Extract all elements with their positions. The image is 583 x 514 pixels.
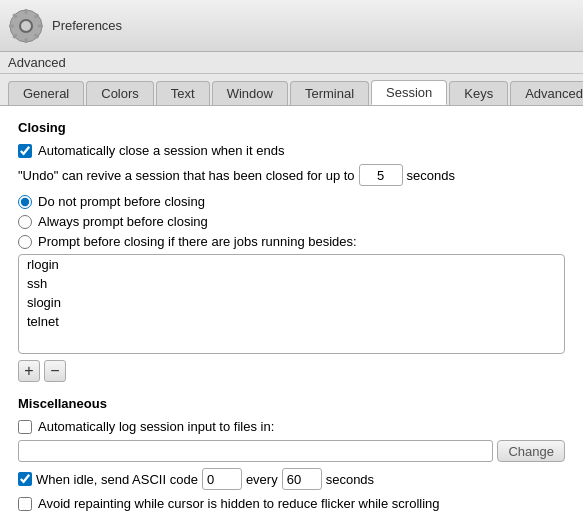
undo-seconds-input[interactable] [359, 164, 403, 186]
auto-log-text: Automatically log session input to files… [38, 419, 274, 434]
every-seconds-input[interactable] [282, 468, 322, 490]
tab-colors[interactable]: Colors [86, 81, 154, 105]
radio-jobs-prompt[interactable] [18, 235, 32, 249]
auto-close-text: Automatically close a session when it en… [38, 143, 284, 158]
tab-advanced[interactable]: Advanced [510, 81, 583, 105]
svg-rect-4 [9, 24, 14, 27]
radio-jobs-prompt-text: Prompt before closing if there are jobs … [38, 234, 357, 249]
radio-always-prompt-text: Always prompt before closing [38, 214, 208, 229]
log-path-input[interactable] [18, 440, 493, 462]
closing-section-title: Closing [18, 120, 565, 135]
avoid-repaint-text: Avoid repainting while cursor is hidden … [38, 496, 440, 511]
idle-ascii-middle: every [246, 472, 278, 487]
svg-rect-5 [38, 24, 43, 27]
idle-ascii-prefix: When idle, send ASCII code [36, 472, 198, 487]
auto-close-checkbox[interactable] [18, 144, 32, 158]
log-path-row: Change [18, 440, 565, 462]
window-title: Preferences [52, 18, 122, 33]
tab-session[interactable]: Session [371, 80, 447, 105]
tab-keys[interactable]: Keys [449, 81, 508, 105]
undo-prefix: "Undo" can revive a session that has bee… [18, 168, 355, 183]
undo-row: "Undo" can revive a session that has bee… [18, 164, 565, 186]
radio-always-prompt[interactable] [18, 215, 32, 229]
list-item: telnet [19, 312, 564, 331]
ascii-code-input[interactable] [202, 468, 242, 490]
tabs-bar: General Colors Text Window Terminal Sess… [0, 74, 583, 106]
idle-ascii-row: When idle, send ASCII code every seconds [18, 468, 565, 490]
radio-no-prompt-label[interactable]: Do not prompt before closing [18, 194, 565, 209]
undo-suffix: seconds [407, 168, 455, 183]
menu-bar: Advanced [0, 52, 583, 74]
auto-log-label[interactable]: Automatically log session input to files… [18, 419, 274, 434]
svg-rect-3 [25, 38, 28, 43]
tab-window[interactable]: Window [212, 81, 288, 105]
add-item-button[interactable]: + [18, 360, 40, 382]
list-buttons-row: + − [18, 360, 565, 382]
list-item: slogin [19, 293, 564, 312]
title-bar: Preferences [0, 0, 583, 52]
menu-advanced[interactable]: Advanced [8, 55, 66, 70]
idle-ascii-suffix: seconds [326, 472, 374, 487]
radio-always-prompt-label[interactable]: Always prompt before closing [18, 214, 565, 229]
svg-rect-2 [25, 9, 28, 14]
svg-point-10 [21, 21, 31, 31]
auto-log-checkbox[interactable] [18, 420, 32, 434]
auto-log-row: Automatically log session input to files… [18, 419, 565, 434]
list-item: ssh [19, 274, 564, 293]
list-item: rlogin [19, 255, 564, 274]
avoid-repaint-label[interactable]: Avoid repainting while cursor is hidden … [18, 496, 565, 511]
tab-terminal[interactable]: Terminal [290, 81, 369, 105]
gear-icon [8, 8, 44, 44]
content-area: Closing Automatically close a session wh… [0, 106, 583, 514]
avoid-repaint-checkbox[interactable] [18, 497, 32, 511]
change-button[interactable]: Change [497, 440, 565, 462]
radio-no-prompt-text: Do not prompt before closing [38, 194, 205, 209]
jobs-list: rlogin ssh slogin telnet [18, 254, 565, 354]
idle-ascii-checkbox[interactable] [18, 472, 32, 486]
auto-close-label[interactable]: Automatically close a session when it en… [18, 143, 284, 158]
remove-item-button[interactable]: − [44, 360, 66, 382]
tab-text[interactable]: Text [156, 81, 210, 105]
radio-no-prompt[interactable] [18, 195, 32, 209]
radio-jobs-prompt-label[interactable]: Prompt before closing if there are jobs … [18, 234, 565, 249]
misc-section-title: Miscellaneous [18, 396, 565, 411]
tab-general[interactable]: General [8, 81, 84, 105]
